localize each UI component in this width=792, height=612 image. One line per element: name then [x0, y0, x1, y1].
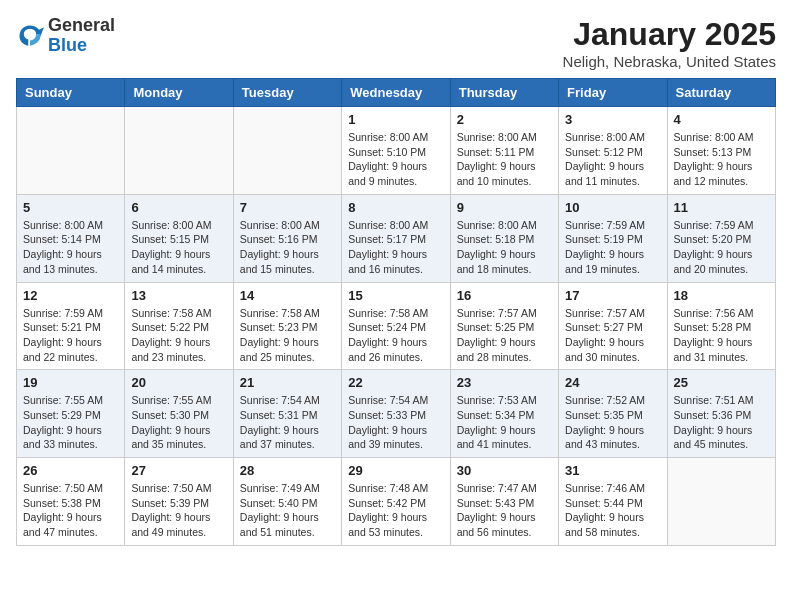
calendar-cell: 30Sunrise: 7:47 AM Sunset: 5:43 PM Dayli… [450, 458, 558, 546]
day-info: Sunrise: 7:50 AM Sunset: 5:38 PM Dayligh… [23, 481, 118, 540]
calendar-cell [125, 107, 233, 195]
day-number: 14 [240, 288, 335, 303]
calendar-cell: 23Sunrise: 7:53 AM Sunset: 5:34 PM Dayli… [450, 370, 558, 458]
day-number: 25 [674, 375, 769, 390]
calendar-cell: 31Sunrise: 7:46 AM Sunset: 5:44 PM Dayli… [559, 458, 667, 546]
day-number: 23 [457, 375, 552, 390]
day-number: 21 [240, 375, 335, 390]
day-number: 6 [131, 200, 226, 215]
calendar-table: SundayMondayTuesdayWednesdayThursdayFrid… [16, 78, 776, 546]
day-number: 8 [348, 200, 443, 215]
day-info: Sunrise: 8:00 AM Sunset: 5:18 PM Dayligh… [457, 218, 552, 277]
calendar-cell: 29Sunrise: 7:48 AM Sunset: 5:42 PM Dayli… [342, 458, 450, 546]
day-number: 1 [348, 112, 443, 127]
day-info: Sunrise: 7:57 AM Sunset: 5:27 PM Dayligh… [565, 306, 660, 365]
calendar-cell: 17Sunrise: 7:57 AM Sunset: 5:27 PM Dayli… [559, 282, 667, 370]
calendar-cell: 16Sunrise: 7:57 AM Sunset: 5:25 PM Dayli… [450, 282, 558, 370]
calendar-cell: 28Sunrise: 7:49 AM Sunset: 5:40 PM Dayli… [233, 458, 341, 546]
calendar-cell: 21Sunrise: 7:54 AM Sunset: 5:31 PM Dayli… [233, 370, 341, 458]
calendar-header-cell: Sunday [17, 79, 125, 107]
calendar-cell [233, 107, 341, 195]
day-info: Sunrise: 7:56 AM Sunset: 5:28 PM Dayligh… [674, 306, 769, 365]
day-number: 27 [131, 463, 226, 478]
day-number: 7 [240, 200, 335, 215]
day-number: 19 [23, 375, 118, 390]
day-info: Sunrise: 7:48 AM Sunset: 5:42 PM Dayligh… [348, 481, 443, 540]
calendar-header-row: SundayMondayTuesdayWednesdayThursdayFrid… [17, 79, 776, 107]
day-info: Sunrise: 8:00 AM Sunset: 5:16 PM Dayligh… [240, 218, 335, 277]
day-info: Sunrise: 8:00 AM Sunset: 5:12 PM Dayligh… [565, 130, 660, 189]
day-info: Sunrise: 7:58 AM Sunset: 5:23 PM Dayligh… [240, 306, 335, 365]
day-info: Sunrise: 7:54 AM Sunset: 5:31 PM Dayligh… [240, 393, 335, 452]
month-title: January 2025 [563, 16, 776, 53]
day-info: Sunrise: 7:58 AM Sunset: 5:24 PM Dayligh… [348, 306, 443, 365]
day-info: Sunrise: 7:50 AM Sunset: 5:39 PM Dayligh… [131, 481, 226, 540]
calendar-week-row: 12Sunrise: 7:59 AM Sunset: 5:21 PM Dayli… [17, 282, 776, 370]
title-block: January 2025 Neligh, Nebraska, United St… [563, 16, 776, 70]
logo-icon [16, 22, 44, 50]
day-number: 18 [674, 288, 769, 303]
logo-general-text: General [48, 15, 115, 35]
day-info: Sunrise: 7:53 AM Sunset: 5:34 PM Dayligh… [457, 393, 552, 452]
calendar-cell: 6Sunrise: 8:00 AM Sunset: 5:15 PM Daylig… [125, 194, 233, 282]
day-info: Sunrise: 8:00 AM Sunset: 5:17 PM Dayligh… [348, 218, 443, 277]
calendar-cell: 27Sunrise: 7:50 AM Sunset: 5:39 PM Dayli… [125, 458, 233, 546]
day-info: Sunrise: 7:59 AM Sunset: 5:19 PM Dayligh… [565, 218, 660, 277]
day-number: 17 [565, 288, 660, 303]
calendar-header-cell: Tuesday [233, 79, 341, 107]
calendar-header-cell: Monday [125, 79, 233, 107]
day-info: Sunrise: 7:54 AM Sunset: 5:33 PM Dayligh… [348, 393, 443, 452]
day-number: 10 [565, 200, 660, 215]
calendar-cell: 1Sunrise: 8:00 AM Sunset: 5:10 PM Daylig… [342, 107, 450, 195]
day-info: Sunrise: 8:00 AM Sunset: 5:11 PM Dayligh… [457, 130, 552, 189]
logo: General Blue [16, 16, 115, 56]
day-info: Sunrise: 8:00 AM Sunset: 5:10 PM Dayligh… [348, 130, 443, 189]
day-info: Sunrise: 7:57 AM Sunset: 5:25 PM Dayligh… [457, 306, 552, 365]
day-info: Sunrise: 8:00 AM Sunset: 5:15 PM Dayligh… [131, 218, 226, 277]
day-info: Sunrise: 7:47 AM Sunset: 5:43 PM Dayligh… [457, 481, 552, 540]
calendar-cell: 24Sunrise: 7:52 AM Sunset: 5:35 PM Dayli… [559, 370, 667, 458]
day-info: Sunrise: 7:59 AM Sunset: 5:20 PM Dayligh… [674, 218, 769, 277]
day-info: Sunrise: 7:59 AM Sunset: 5:21 PM Dayligh… [23, 306, 118, 365]
calendar-header-cell: Saturday [667, 79, 775, 107]
day-number: 4 [674, 112, 769, 127]
logo-blue-text: Blue [48, 35, 87, 55]
calendar-cell: 19Sunrise: 7:55 AM Sunset: 5:29 PM Dayli… [17, 370, 125, 458]
calendar-cell: 2Sunrise: 8:00 AM Sunset: 5:11 PM Daylig… [450, 107, 558, 195]
day-number: 22 [348, 375, 443, 390]
day-number: 30 [457, 463, 552, 478]
calendar-cell: 13Sunrise: 7:58 AM Sunset: 5:22 PM Dayli… [125, 282, 233, 370]
calendar-cell: 10Sunrise: 7:59 AM Sunset: 5:19 PM Dayli… [559, 194, 667, 282]
day-info: Sunrise: 7:49 AM Sunset: 5:40 PM Dayligh… [240, 481, 335, 540]
day-number: 29 [348, 463, 443, 478]
day-info: Sunrise: 8:00 AM Sunset: 5:14 PM Dayligh… [23, 218, 118, 277]
calendar-cell: 18Sunrise: 7:56 AM Sunset: 5:28 PM Dayli… [667, 282, 775, 370]
calendar-cell: 22Sunrise: 7:54 AM Sunset: 5:33 PM Dayli… [342, 370, 450, 458]
calendar-cell: 15Sunrise: 7:58 AM Sunset: 5:24 PM Dayli… [342, 282, 450, 370]
day-info: Sunrise: 7:46 AM Sunset: 5:44 PM Dayligh… [565, 481, 660, 540]
calendar-cell: 4Sunrise: 8:00 AM Sunset: 5:13 PM Daylig… [667, 107, 775, 195]
calendar-cell: 14Sunrise: 7:58 AM Sunset: 5:23 PM Dayli… [233, 282, 341, 370]
calendar-cell: 25Sunrise: 7:51 AM Sunset: 5:36 PM Dayli… [667, 370, 775, 458]
day-number: 11 [674, 200, 769, 215]
day-info: Sunrise: 7:55 AM Sunset: 5:29 PM Dayligh… [23, 393, 118, 452]
calendar-header-cell: Wednesday [342, 79, 450, 107]
day-number: 28 [240, 463, 335, 478]
day-number: 24 [565, 375, 660, 390]
calendar-cell [667, 458, 775, 546]
day-number: 9 [457, 200, 552, 215]
day-info: Sunrise: 7:55 AM Sunset: 5:30 PM Dayligh… [131, 393, 226, 452]
calendar-week-row: 5Sunrise: 8:00 AM Sunset: 5:14 PM Daylig… [17, 194, 776, 282]
calendar-cell: 12Sunrise: 7:59 AM Sunset: 5:21 PM Dayli… [17, 282, 125, 370]
day-number: 26 [23, 463, 118, 478]
logo-text: General Blue [48, 16, 115, 56]
day-number: 15 [348, 288, 443, 303]
calendar-cell: 9Sunrise: 8:00 AM Sunset: 5:18 PM Daylig… [450, 194, 558, 282]
location-text: Neligh, Nebraska, United States [563, 53, 776, 70]
calendar-cell: 5Sunrise: 8:00 AM Sunset: 5:14 PM Daylig… [17, 194, 125, 282]
day-number: 13 [131, 288, 226, 303]
calendar-cell: 20Sunrise: 7:55 AM Sunset: 5:30 PM Dayli… [125, 370, 233, 458]
calendar-cell: 7Sunrise: 8:00 AM Sunset: 5:16 PM Daylig… [233, 194, 341, 282]
calendar-cell: 26Sunrise: 7:50 AM Sunset: 5:38 PM Dayli… [17, 458, 125, 546]
calendar-cell: 11Sunrise: 7:59 AM Sunset: 5:20 PM Dayli… [667, 194, 775, 282]
